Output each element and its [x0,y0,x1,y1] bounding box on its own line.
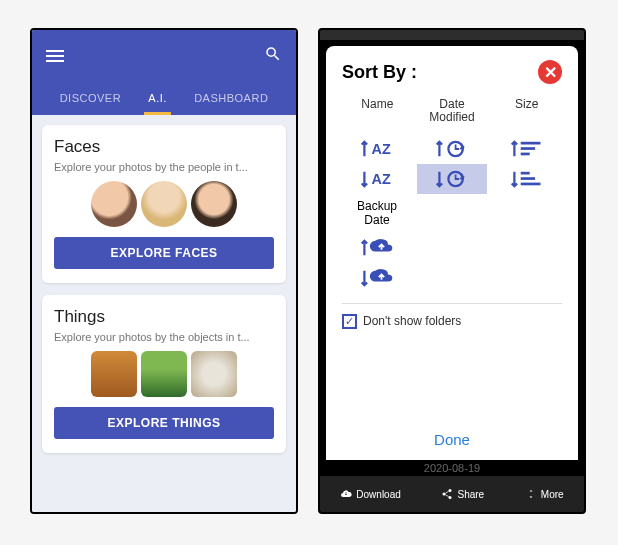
sort-modal-title: Sort By : [342,62,417,83]
app-header: DISCOVER A.I. DASHBOARD [32,30,296,115]
sort-options-grid: Name Date Modified Size AZ AZ [342,94,562,194]
svg-point-11 [443,493,446,496]
tab-ai[interactable]: A.I. [144,84,171,115]
right-phone-frame: Sort By : ✕ Name Date Modified Size AZ A… [318,28,586,514]
bottom-date: 2020-08-19 [320,460,584,476]
sort-col-name-label: Name [342,94,413,134]
status-bar [320,30,584,40]
things-card: Things Explore your photos by the object… [42,295,286,453]
things-card-subtitle: Explore your photos by the objects in t.… [54,331,274,343]
sort-date-asc-icon[interactable] [417,134,488,164]
backup-date-block: Backup Date [342,200,562,292]
sort-col-backup-label: Backup Date [342,200,412,232]
share-button[interactable]: Share [441,488,484,500]
sort-col-size-label: Size [491,94,562,134]
explore-things-button[interactable]: EXPLORE THINGS [54,407,274,439]
svg-point-10 [449,489,452,492]
face-thumbnail[interactable] [141,181,187,227]
sort-name-desc-icon[interactable]: AZ [342,164,413,194]
face-thumbnail[interactable] [91,181,137,227]
svg-rect-8 [520,178,534,181]
tab-bar: DISCOVER A.I. DASHBOARD [46,84,282,115]
close-icon[interactable]: ✕ [538,60,562,84]
tab-discover[interactable]: DISCOVER [56,84,125,115]
sort-backup-asc-icon[interactable] [342,233,412,263]
checkbox-label: Don't show folders [363,314,461,328]
svg-rect-7 [520,172,529,175]
thing-thumbnail[interactable] [191,351,237,397]
explore-faces-button[interactable]: EXPLORE FACES [54,237,274,269]
sort-col-date-label: Date Modified [417,94,488,134]
svg-text:AZ: AZ [372,142,391,158]
faces-card-title: Faces [54,137,274,157]
checkbox-icon[interactable]: ✓ [342,314,357,329]
thing-thumbnail[interactable] [91,351,137,397]
sort-size-asc-icon[interactable] [491,134,562,164]
things-card-title: Things [54,307,274,327]
divider [342,303,562,304]
tab-dashboard[interactable]: DASHBOARD [190,84,272,115]
more-button[interactable]: More [525,488,564,500]
svg-rect-2 [520,142,540,145]
thing-thumbnail[interactable] [141,351,187,397]
faces-card: Faces Explore your photos by the people … [42,125,286,283]
faces-card-subtitle: Explore your photos by the people in t..… [54,161,274,173]
bottom-action-bar: Download Share More [320,476,584,512]
faces-thumbnails [54,181,274,227]
svg-rect-4 [520,153,529,156]
sort-size-desc-icon[interactable] [491,164,562,194]
svg-point-12 [449,496,452,499]
dont-show-folders-row[interactable]: ✓ Don't show folders [342,314,562,329]
svg-text:AZ: AZ [372,172,391,188]
sort-backup-desc-icon[interactable] [342,263,412,293]
left-phone-frame: DISCOVER A.I. DASHBOARD Faces Explore yo… [30,28,298,514]
things-thumbnails [54,351,274,397]
download-button[interactable]: Download [340,488,400,500]
svg-rect-9 [520,183,540,186]
menu-icon[interactable] [46,47,64,65]
search-icon[interactable] [264,45,282,67]
sort-name-asc-icon[interactable]: AZ [342,134,413,164]
sort-modal: Sort By : ✕ Name Date Modified Size AZ A… [326,46,578,468]
main-content: Faces Explore your photos by the people … [32,115,296,514]
svg-rect-3 [520,148,534,151]
face-thumbnail[interactable] [191,181,237,227]
done-button[interactable]: Done [342,421,562,458]
sort-date-desc-icon[interactable] [417,164,488,194]
